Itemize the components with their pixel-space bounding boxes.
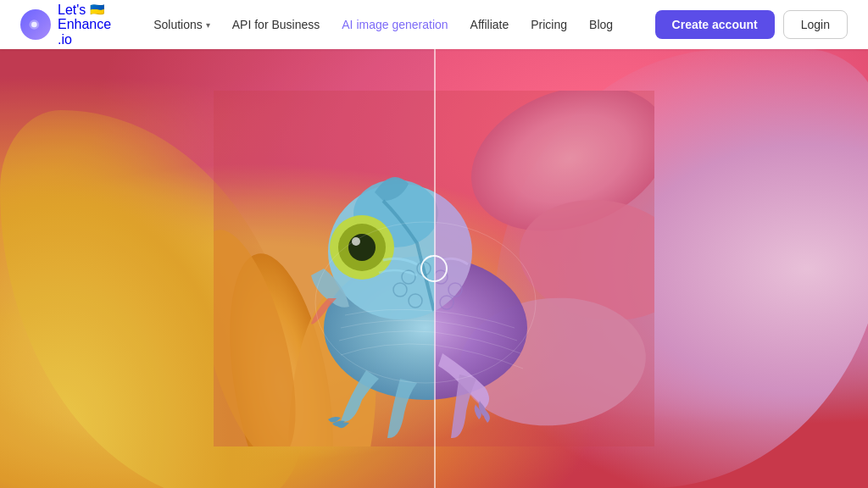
nav-link-pricing[interactable]: Pricing — [522, 13, 576, 36]
nav-link-api-business[interactable]: API for Business — [224, 13, 329, 36]
login-button[interactable]: Login — [783, 10, 848, 39]
comparison-drag-handle[interactable] — [420, 255, 448, 282]
logo-line2: Enhance — [58, 17, 111, 32]
nav-link-solutions[interactable]: Solutions ▾ — [145, 13, 219, 36]
svg-point-1 — [31, 22, 37, 28]
logo-icon — [20, 9, 51, 40]
hero-section — [0, 49, 868, 488]
navbar: Let's 🇺🇦 Enhance .io Solutions ▾ API for… — [0, 0, 868, 49]
logo-text: Let's 🇺🇦 Enhance .io — [58, 3, 111, 47]
nav-link-affiliate[interactable]: Affiliate — [462, 13, 518, 36]
nav-link-blog[interactable]: Blog — [581, 13, 621, 36]
chevron-down-icon: ▾ — [206, 20, 210, 30]
nav-link-ai-image-generation[interactable]: AI image generation — [333, 13, 456, 36]
logo[interactable]: Let's 🇺🇦 Enhance .io — [20, 3, 111, 47]
nav-links: Solutions ▾ API for Business AI image ge… — [145, 13, 654, 36]
logo-line1: Let's 🇺🇦 — [58, 3, 111, 18]
create-account-button[interactable]: Create account — [655, 10, 775, 39]
svg-point-16 — [348, 234, 376, 261]
nav-actions: Create account Login — [655, 10, 848, 39]
logo-line3: .io — [58, 32, 111, 47]
hero-background — [0, 49, 868, 488]
